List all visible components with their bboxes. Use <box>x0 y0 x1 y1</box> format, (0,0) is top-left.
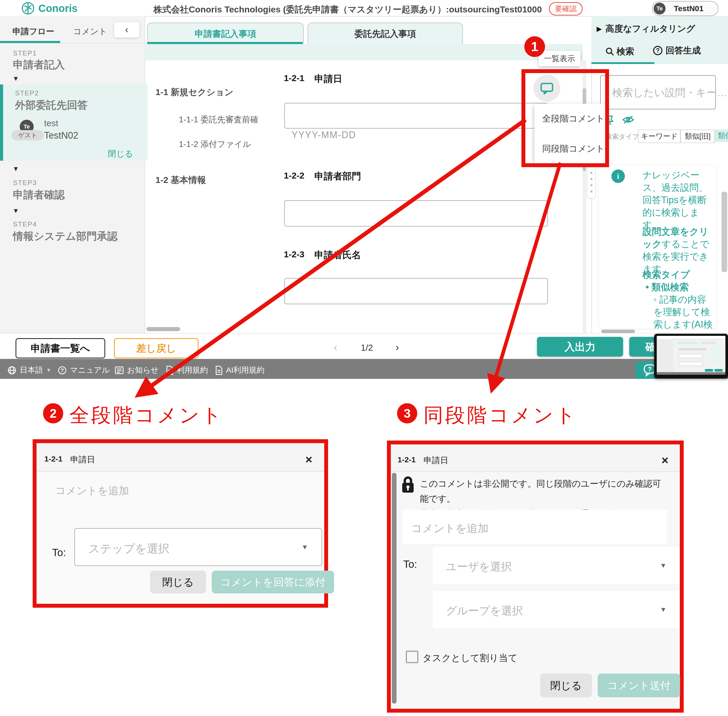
page-next-button[interactable]: › <box>396 341 399 353</box>
sidebar-tab-comment[interactable]: コメント <box>73 26 107 37</box>
step4-name[interactable]: 情報システム部門承認 <box>13 229 118 243</box>
nav-item-1-1-2[interactable]: 1-1-2 添付ファイル <box>179 139 251 150</box>
globe-icon <box>7 366 17 375</box>
step-select-placeholder: ステップを選択 <box>88 541 170 557</box>
caret-down-icon: ▼ <box>302 543 308 551</box>
user-chip[interactable]: Te TestN01 <box>652 1 718 16</box>
panel-resize-handle[interactable] <box>587 167 596 199</box>
user-select-placeholder: ユーザを選択 <box>446 560 512 574</box>
io-button[interactable]: 入出力 <box>537 337 623 356</box>
comment-input-placeholder[interactable]: コメントを追加 <box>55 484 129 498</box>
task-checkbox-label[interactable]: タスクとして割り当て <box>422 652 517 664</box>
attach-comment-button[interactable]: コメントを回答に添付 <box>212 570 334 593</box>
question-2-no: 1-2-2 <box>284 170 304 181</box>
to-application-list-button[interactable]: 申請書一覧へ <box>15 338 105 358</box>
sidebar-collapse-button[interactable]: ‹ <box>114 22 140 38</box>
list-view-button[interactable]: 一覧表示 <box>538 51 581 66</box>
page-prev-button[interactable]: ‹ <box>334 341 337 353</box>
tab-search[interactable]: 検索 <box>605 46 634 58</box>
all-stage-comment-panel: 1-2-1 申請日 × コメントを追加 To: ステップを選択 ▼ 閉じる コメ… <box>33 439 328 608</box>
status-badge: 要確認 <box>549 2 582 15</box>
question-1-label[interactable]: 申請日 <box>314 73 342 85</box>
app-canvas: Conoris 株式会社Conoris Technologies (委託先申請書… <box>0 0 728 716</box>
knowledge-search-input[interactable]: 検索したい設問・キー… <box>600 75 716 109</box>
close-button[interactable]: 閉じる <box>540 674 592 697</box>
info-horizontal-scrollbar[interactable] <box>601 330 635 333</box>
question-3-label[interactable]: 申請者氏名 <box>314 249 361 261</box>
step2-active-block[interactable]: STEP2 外部委託先回答 Te test ゲスト TestN02 閉じる <box>0 85 148 161</box>
panel-question-no: 1-2-1 <box>397 455 416 464</box>
user-select-dropdown[interactable]: ユーザを選択 ▼ <box>433 547 679 584</box>
collapse-triangle-icon[interactable]: ▼ <box>12 207 19 215</box>
eye-off-icon[interactable] <box>622 115 634 125</box>
newspaper-icon <box>115 366 124 375</box>
annotation-label-same-stage: 同段階コメント <box>423 402 578 429</box>
step3-id: STEP3 <box>13 179 37 187</box>
panel-left-scrollbar[interactable] <box>392 473 396 704</box>
nav-section-2[interactable]: 1-2 基本情報 <box>156 174 206 186</box>
info-paragraph-1: ナレッジベース、過去設問、回答Tipsを横断的に検索します。 <box>643 169 713 231</box>
info-bullet: • 類似検索 <box>646 281 689 293</box>
to-label: To: <box>52 547 66 558</box>
group-select-dropdown[interactable]: グループを選択 ▼ <box>433 591 679 628</box>
group-select-placeholder: グループを選択 <box>446 604 523 618</box>
question-2-label[interactable]: 申請者部門 <box>314 170 361 183</box>
search-type-keyword-button[interactable]: キーワード <box>638 130 681 143</box>
sidebar-tab-underline <box>0 41 60 43</box>
question-3-no: 1-2-3 <box>284 249 304 259</box>
step2-company: test <box>44 118 58 128</box>
tab-vendor-entry[interactable]: 委託先記入事項 <box>308 23 463 45</box>
question-1-input[interactable] <box>284 103 548 129</box>
brand-name: Conoris <box>38 3 77 14</box>
advanced-filter-header[interactable]: ▶ 高度なフィルタリング <box>597 23 695 35</box>
send-back-button[interactable]: 差し戻し <box>114 338 199 358</box>
comment-input-placeholder: コメントを追加 <box>411 521 488 535</box>
step4-id: STEP4 <box>13 220 37 228</box>
collapse-triangle-icon[interactable]: ▼ <box>12 74 19 83</box>
brand-logo[interactable]: Conoris <box>21 2 77 15</box>
annotation-label-all-stage: 全段階コメント <box>70 402 224 429</box>
user-name: TestN01 <box>674 4 704 13</box>
filter-tab-underline <box>592 62 654 64</box>
annotation-highlight-box <box>522 69 609 167</box>
panel-vertical-scrollbar[interactable] <box>722 192 727 272</box>
step1-name[interactable]: 申請者記入 <box>13 58 65 72</box>
step3-name[interactable]: 申請者確認 <box>13 188 65 202</box>
conoris-logo-icon <box>21 2 35 15</box>
screenshot-thumbnail[interactable] <box>654 334 728 378</box>
search-type-similar-button[interactable]: 類似 <box>715 130 728 142</box>
annotation-number-2: 2 <box>43 403 63 423</box>
manual-link[interactable]: ? マニュアル <box>58 365 110 376</box>
close-icon[interactable]: × <box>305 452 312 466</box>
ai-terms-link[interactable]: AI利用規約 <box>215 365 264 376</box>
nav-horizontal-scrollbar[interactable] <box>146 327 180 331</box>
language-selector[interactable]: 日本語 ▼ <box>7 365 51 376</box>
collapse-triangle-icon[interactable]: ▼ <box>12 165 19 173</box>
info-heading: 検索タイプ <box>643 268 690 281</box>
tab-form-entry[interactable]: 申請書記入事項 <box>147 23 304 45</box>
task-checkbox[interactable] <box>406 651 418 663</box>
news-link[interactable]: お知らせ <box>115 365 159 376</box>
knowledge-info-card: i ナレッジベース、過去設問、回答Tipsを横断的に検索します。 設問文章をクリ… <box>599 165 716 329</box>
nav-item-1-1-1[interactable]: 1-1-1 委託先審査前確 <box>179 114 259 126</box>
user-avatar: Te <box>654 3 666 15</box>
step2-close-link[interactable]: 閉じる <box>108 148 133 159</box>
tab-answer-generate[interactable]: ? 回答生成 <box>652 45 701 56</box>
comment-textarea[interactable]: コメントを追加 <box>402 510 667 544</box>
question-3-input[interactable] <box>284 278 548 304</box>
caret-down-icon: ▼ <box>660 605 667 614</box>
ai-terms-label: AI利用規約 <box>226 365 264 376</box>
page-indicator: 1/2 <box>361 343 373 353</box>
panel-header: 1-2-1 申請日 × <box>391 444 680 472</box>
sidebar-tab-flow[interactable]: 申請フロー <box>12 26 55 37</box>
nav-section-1[interactable]: 1-1 新規セクション <box>156 86 234 98</box>
caret-down-icon: ▼ <box>46 367 51 373</box>
question-2-input[interactable] <box>284 200 548 226</box>
close-icon[interactable]: × <box>661 453 668 467</box>
step-select-dropdown[interactable]: ステップを選択 ▼ <box>74 528 322 566</box>
toolbar-band <box>145 44 582 61</box>
search-type-similar-old-button[interactable]: 類似[旧] <box>681 130 715 143</box>
send-comment-button[interactable]: コメント送付 <box>598 674 680 697</box>
close-button[interactable]: 閉じる <box>150 570 206 593</box>
terms-link[interactable]: 利用規約 <box>166 365 208 376</box>
